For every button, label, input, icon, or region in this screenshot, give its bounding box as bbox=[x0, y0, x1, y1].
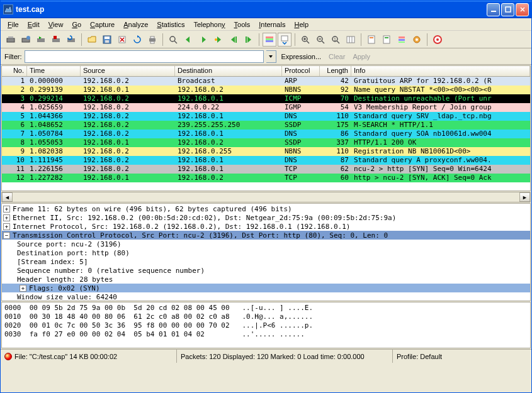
tree-ethernet: +Ethernet II, Src: 192.168.0.2 (00:0b:5d… bbox=[2, 213, 530, 222]
col-protocol[interactable]: Protocol bbox=[282, 66, 320, 76]
svg-point-17 bbox=[170, 36, 175, 42]
menu-capture[interactable]: Capture bbox=[86, 19, 119, 30]
table-row[interactable]: 30.299214192.168.0.2192.168.0.1ICMP70Des… bbox=[2, 94, 530, 103]
svg-point-5 bbox=[26, 36, 30, 40]
col-length[interactable]: Length bbox=[320, 66, 351, 76]
packet-list-body[interactable]: 10.000000192.168.0.2BroadcastARP42Gratui… bbox=[2, 77, 530, 182]
table-row[interactable]: 121.227282192.168.0.1192.168.0.2TCP60htt… bbox=[2, 174, 530, 182]
window-title: test.cap bbox=[16, 5, 487, 14]
options-icon[interactable] bbox=[19, 33, 33, 47]
go-forward-icon[interactable] bbox=[196, 33, 210, 47]
col-source[interactable]: Source bbox=[81, 66, 175, 76]
packet-list-hscroll[interactable]: ◄ ► bbox=[1, 192, 531, 202]
print-icon[interactable] bbox=[145, 33, 159, 47]
table-row[interactable]: 101.111945192.168.0.2192.168.0.1DNS87Sta… bbox=[2, 156, 530, 165]
reload-icon[interactable] bbox=[130, 33, 144, 47]
statusbar: File: "C:/test.cap" 14 KB 00:00:02 Packe… bbox=[1, 349, 531, 363]
col-time[interactable]: Time bbox=[27, 66, 81, 76]
filter-dropdown-icon[interactable] bbox=[266, 50, 276, 63]
minimize-button[interactable] bbox=[487, 3, 500, 16]
table-row[interactable]: 81.055053192.168.0.1192.168.0.2SSDP337HT… bbox=[2, 138, 530, 147]
start-capture-icon[interactable] bbox=[34, 33, 48, 47]
expand-icon[interactable]: + bbox=[3, 223, 10, 230]
svg-point-38 bbox=[416, 38, 418, 41]
status-file: File: "C:/test.cap" 14 KB 00:00:02 bbox=[1, 350, 177, 363]
filter-input[interactable] bbox=[25, 50, 264, 63]
autoscroll-icon[interactable] bbox=[278, 33, 291, 47]
colorize-icon[interactable] bbox=[263, 33, 276, 47]
tree-seq-num: Sequence number: 0 (relative sequence nu… bbox=[2, 266, 530, 275]
svg-point-18 bbox=[215, 38, 217, 41]
status-profile[interactable]: Profile: Default bbox=[393, 350, 531, 363]
go-back-icon[interactable] bbox=[181, 33, 195, 47]
menu-internals[interactable]: Internals bbox=[254, 19, 290, 30]
table-row[interactable]: 61.048652192.168.0.2239.255.255.250SSDP1… bbox=[2, 121, 530, 130]
menu-statistics[interactable]: Statistics bbox=[152, 19, 189, 30]
capture-filters-icon[interactable] bbox=[365, 33, 378, 47]
restart-capture-icon[interactable] bbox=[64, 33, 78, 47]
svg-rect-29 bbox=[347, 36, 354, 43]
menu-edit[interactable]: Edit bbox=[23, 19, 44, 30]
col-destination[interactable]: Destination bbox=[175, 66, 282, 76]
menu-analyze[interactable]: Analyze bbox=[119, 19, 152, 30]
svg-rect-23 bbox=[266, 40, 273, 42]
expand-icon[interactable]: + bbox=[20, 285, 26, 292]
scroll-left-icon[interactable]: ◄ bbox=[2, 192, 13, 202]
tree-stream-index: [Stream index: 5] bbox=[2, 257, 530, 266]
find-icon[interactable] bbox=[166, 33, 180, 47]
display-filters-icon[interactable] bbox=[380, 33, 393, 47]
col-no[interactable]: No. bbox=[2, 66, 27, 76]
goto-last-icon[interactable] bbox=[242, 33, 256, 47]
table-row[interactable]: 41.025659192.168.0.2224.0.0.22IGMP54V3 M… bbox=[2, 103, 530, 112]
svg-rect-20 bbox=[246, 36, 247, 43]
svg-rect-3 bbox=[8, 36, 13, 38]
resize-columns-icon[interactable] bbox=[344, 33, 358, 47]
save-icon[interactable] bbox=[100, 33, 114, 47]
table-row[interactable]: 10.000000192.168.0.2BroadcastARP42Gratui… bbox=[2, 77, 530, 86]
svg-rect-32 bbox=[383, 36, 390, 43]
menu-file[interactable]: File bbox=[3, 19, 23, 30]
help-icon[interactable] bbox=[431, 33, 444, 47]
menu-telephony[interactable]: Telephony bbox=[189, 19, 229, 30]
close-file-icon[interactable] bbox=[115, 33, 129, 47]
svg-rect-30 bbox=[368, 36, 375, 43]
coloring-rules-icon[interactable] bbox=[395, 33, 409, 47]
apply-button[interactable]: Apply bbox=[350, 53, 373, 60]
zoom-normal-icon[interactable]: 1 bbox=[329, 33, 342, 47]
menu-help[interactable]: Help bbox=[290, 19, 313, 30]
col-info[interactable]: Info bbox=[351, 66, 530, 76]
preferences-icon[interactable] bbox=[410, 33, 424, 47]
close-button[interactable] bbox=[516, 3, 529, 16]
menu-view[interactable]: View bbox=[44, 19, 68, 30]
svg-rect-16 bbox=[150, 42, 154, 43]
interfaces-icon[interactable] bbox=[4, 33, 18, 47]
tree-flags: +Flags: 0x02 (SYN) bbox=[2, 284, 530, 292]
svg-rect-33 bbox=[385, 37, 388, 38]
expert-info-icon[interactable] bbox=[4, 353, 12, 360]
scroll-right-icon[interactable]: ► bbox=[519, 192, 530, 202]
goto-packet-icon[interactable] bbox=[212, 33, 225, 47]
table-row[interactable]: 91.082038192.168.0.2192.168.0.255NBNS110… bbox=[2, 147, 530, 156]
expression-button[interactable]: Expression... bbox=[279, 53, 324, 60]
maximize-button[interactable] bbox=[501, 3, 514, 16]
packet-bytes-pane[interactable]: 0000 00 09 5b 2d 75 9a 00 0b 5d 20 cd 02… bbox=[1, 302, 531, 348]
svg-rect-15 bbox=[150, 36, 154, 38]
table-row[interactable]: 111.226156192.168.0.2192.168.0.1TCP62ncu… bbox=[2, 165, 530, 174]
svg-text:1: 1 bbox=[334, 37, 336, 42]
clear-button[interactable]: Clear bbox=[326, 53, 348, 60]
tree-frame: +Frame 11: 62 bytes on wire (496 bits), … bbox=[2, 204, 530, 213]
stop-capture-icon[interactable] bbox=[49, 33, 63, 47]
goto-first-icon[interactable] bbox=[227, 33, 241, 47]
table-row[interactable]: 51.044366192.168.0.2192.168.0.1DNS110Sta… bbox=[2, 112, 530, 121]
zoom-out-icon[interactable] bbox=[314, 33, 327, 47]
packet-details-pane[interactable]: +Frame 11: 62 bytes on wire (496 bits), … bbox=[1, 203, 531, 301]
collapse-icon[interactable]: − bbox=[3, 232, 10, 239]
table-row[interactable]: 20.299139192.168.0.1192.168.0.2NBNS92Nam… bbox=[2, 86, 530, 94]
menu-tools[interactable]: Tools bbox=[230, 19, 255, 30]
zoom-in-icon[interactable] bbox=[298, 33, 312, 47]
expand-icon[interactable]: + bbox=[3, 214, 10, 221]
expand-icon[interactable]: + bbox=[3, 206, 10, 213]
menu-go[interactable]: Go bbox=[67, 19, 86, 30]
table-row[interactable]: 71.050784192.168.0.2192.168.0.1DNS86Stan… bbox=[2, 130, 530, 138]
open-icon[interactable] bbox=[85, 33, 99, 47]
